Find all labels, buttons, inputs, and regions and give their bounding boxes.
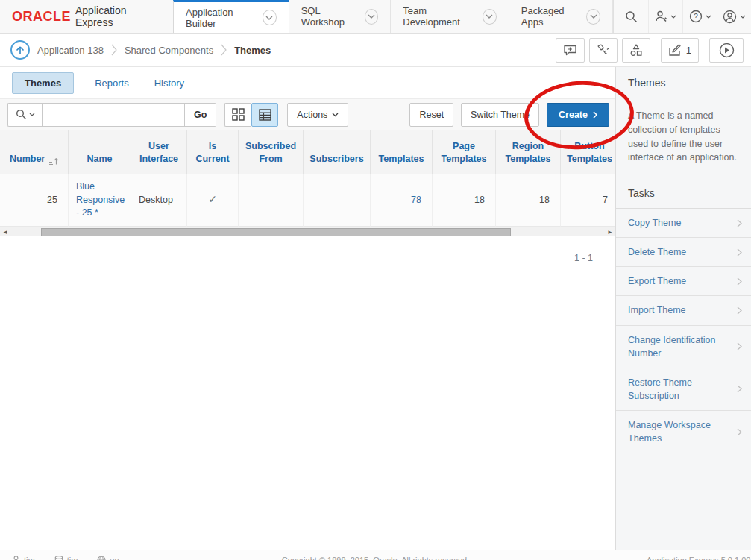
chevron-down-icon[interactable] [365, 9, 379, 25]
cell-templates-link[interactable]: 78 [371, 174, 433, 227]
cell-subscribed-from [239, 174, 304, 227]
user-icon [12, 556, 20, 560]
chevron-down-icon [706, 15, 711, 19]
page-tabs: Themes Reports History [0, 67, 615, 99]
reset-button[interactable]: Reset [409, 103, 453, 127]
switch-theme-button[interactable]: Switch Theme [461, 103, 539, 127]
footer-version: Application Express 5.0.1.00.0 [647, 556, 751, 560]
scrollbar-thumb[interactable] [41, 228, 511, 236]
column-header-page-templates[interactable]: Page Templates [433, 130, 496, 174]
create-button[interactable]: Create [547, 103, 609, 127]
go-button[interactable]: Go [185, 103, 216, 127]
cell-page-templates: 18 [433, 174, 496, 227]
view-toggle [224, 103, 278, 127]
chevron-right-icon [737, 219, 742, 227]
column-header-subscribed-from[interactable]: Subscribed From [239, 130, 304, 174]
cell-region-templates: 18 [496, 174, 561, 227]
chevron-right-icon [737, 277, 742, 286]
user-account-menu-button[interactable] [717, 0, 751, 33]
product-name: Application Express [75, 4, 158, 28]
column-header-button-templates[interactable]: Button Templates [561, 130, 615, 174]
chevron-down-icon [332, 113, 339, 117]
footer-copyright: Copyright © 1999, 2015, Oracle. All righ… [282, 556, 469, 560]
breadcrumb-shared-components[interactable]: Shared Components [125, 45, 213, 56]
scroll-left-arrow-icon[interactable]: ◄ [0, 227, 10, 237]
checkmark-icon: ✓ [208, 192, 217, 207]
column-header-is-current[interactable]: Is Current [187, 130, 239, 174]
oracle-apex-logo: ORACLE Application Express [0, 0, 173, 33]
tab-history[interactable]: History [154, 78, 184, 89]
breadcrumb-themes: Themes [234, 45, 271, 56]
top-nav-tabs: Application Builder SQL Workshop Team De… [173, 0, 613, 33]
oracle-brand: ORACLE [12, 9, 71, 25]
report-view-button[interactable] [251, 103, 278, 127]
globe-icon [97, 556, 106, 560]
chevron-right-icon [737, 248, 742, 257]
chevron-right-icon [737, 342, 742, 350]
administration-menu-button[interactable] [648, 0, 682, 33]
tab-themes[interactable]: Themes [12, 72, 74, 94]
tab-packaged-apps[interactable]: Packaged Apps [509, 0, 613, 33]
chevron-down-icon[interactable] [263, 10, 277, 25]
page-action-buttons: 1 [556, 38, 744, 63]
advisor-flashlight-button[interactable] [589, 38, 618, 63]
comment-plus-icon [563, 44, 577, 57]
table-row: 25 Blue Responsive - 25 * Desktop ✓ 78 1… [0, 174, 615, 227]
shapes-icon [629, 43, 643, 57]
user-icon [723, 10, 737, 24]
footer-language: en [97, 556, 119, 560]
task-change-identification-number[interactable]: Change Identification Number [616, 326, 751, 368]
tab-team-development[interactable]: Team Development [391, 0, 509, 33]
chevron-down-icon[interactable] [483, 9, 497, 25]
chevron-down-icon [29, 113, 35, 116]
feedback-button[interactable] [556, 38, 585, 63]
footer-session-info: tim tim en [12, 556, 119, 560]
column-header-region-templates[interactable]: Region Templates [496, 130, 561, 174]
cell-number: 25 [0, 174, 69, 227]
horizontal-scrollbar[interactable]: ◄ ► [0, 227, 615, 236]
cell-theme-name-link[interactable]: Blue Responsive - 25 * [69, 174, 131, 227]
breadcrumb-separator-icon [221, 44, 227, 56]
edit-page-icon [668, 44, 682, 57]
top-navigation-bar: ORACLE Application Express Application B… [0, 0, 751, 34]
column-header-name[interactable]: Name [69, 130, 131, 174]
task-restore-theme-subscription[interactable]: Restore Theme Subscription [616, 368, 751, 411]
up-level-icon[interactable] [10, 40, 30, 60]
column-header-number[interactable]: Number [0, 130, 69, 174]
task-export-theme[interactable]: Export Theme [616, 267, 751, 296]
footer-user: tim [12, 556, 35, 560]
task-manage-workspace-themes[interactable]: Manage Workspace Themes [616, 411, 751, 453]
shared-components-button[interactable] [622, 38, 650, 63]
flashlight-icon [597, 43, 610, 57]
search-input[interactable] [42, 103, 185, 127]
edit-page-button[interactable]: 1 [661, 38, 699, 63]
column-header-user-interface[interactable]: User Interface [131, 130, 187, 174]
search-icon [625, 10, 638, 23]
task-copy-theme[interactable]: Copy Theme [616, 209, 751, 238]
run-application-button[interactable] [709, 38, 744, 63]
search-button[interactable] [614, 0, 648, 33]
play-icon [719, 43, 735, 58]
icon-view-button[interactable] [224, 103, 251, 127]
task-import-theme[interactable]: Import Theme [616, 296, 751, 325]
report-view-icon [259, 109, 271, 121]
tab-reports[interactable]: Reports [95, 78, 129, 89]
chevron-right-icon [737, 428, 742, 436]
actions-button[interactable]: Actions [287, 103, 348, 127]
help-menu-button[interactable]: ? [682, 0, 717, 33]
breadcrumb-bar: Application 138 Shared Components Themes… [0, 34, 751, 67]
tab-application-builder[interactable]: Application Builder [173, 0, 289, 33]
breadcrumb-application[interactable]: Application 138 [37, 45, 104, 56]
search-column-selector[interactable] [7, 103, 42, 127]
column-header-templates[interactable]: Templates [371, 130, 433, 174]
tab-sql-workshop[interactable]: SQL Workshop [289, 0, 392, 33]
grid-view-icon [232, 108, 245, 121]
column-header-subscribers[interactable]: Subscribers [304, 130, 371, 174]
report-header-row: Number Name User Interface Is Current Su… [0, 130, 615, 174]
cell-is-current: ✓ [187, 174, 239, 227]
main-panel: Themes Reports History Go [0, 67, 615, 550]
scroll-right-arrow-icon[interactable]: ► [605, 227, 615, 237]
chevron-down-icon [670, 15, 676, 19]
task-delete-theme[interactable]: Delete Theme [616, 238, 751, 267]
chevron-down-icon[interactable] [586, 9, 600, 25]
